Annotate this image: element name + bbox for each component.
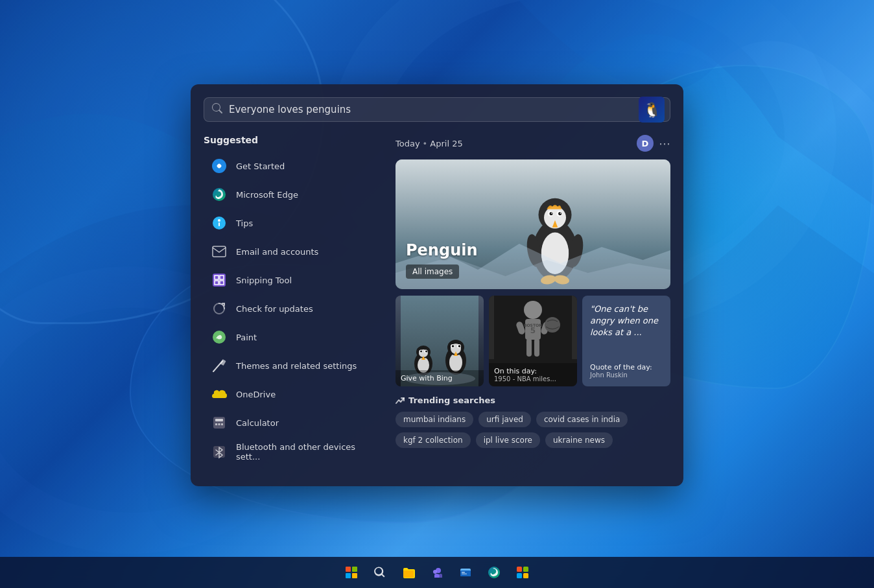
search-bar[interactable]: Everyone loves penguins 🐧 [204, 97, 670, 122]
win-square-2 [352, 567, 357, 572]
basketball-player-svg: 5 BOSTON [489, 296, 577, 359]
dot-separator: • [423, 139, 428, 148]
suggested-item-tips[interactable]: Tips [204, 209, 385, 237]
tag-covid[interactable]: covid cases in india [536, 412, 628, 427]
today-header: Today • April 25 D ⋯ [396, 135, 670, 152]
svg-rect-76 [523, 567, 528, 572]
taskbar-teams-button[interactable] [424, 559, 450, 585]
card-on-this-day[interactable]: 5 BOSTON [489, 296, 577, 386]
taskbar-teams-icon [431, 566, 443, 579]
hero-badge[interactable]: All images [406, 265, 459, 279]
svg-text:5: 5 [530, 326, 536, 335]
hero-label: Penguin All images [406, 241, 478, 279]
quote-label: Quote of the day: [590, 363, 663, 371]
more-options-button[interactable]: ⋯ [659, 137, 670, 150]
trending-title: Trending searches [396, 395, 670, 405]
edge-label: Microsoft Edge [236, 190, 298, 200]
get-started-icon [210, 157, 228, 175]
tag-ipl[interactable]: ipl live score [476, 432, 540, 448]
card-give-bing[interactable]: Give with Bing [396, 296, 484, 386]
trending-tags: mumbai indians urfi javed covid cases in… [396, 412, 670, 448]
suggested-item-updates[interactable]: Check for updates [204, 294, 385, 323]
quote-attribution: Quote of the day: John Ruskin [590, 363, 663, 379]
trending-label: Trending searches [408, 395, 495, 405]
tag-kgf[interactable]: kgf 2 collection [396, 432, 471, 448]
calculator-label: Calculator [236, 418, 279, 428]
svg-point-54 [452, 345, 455, 347]
suggested-item-get-started[interactable]: Get Started [204, 152, 385, 180]
search-text[interactable]: Everyone loves penguins [229, 104, 662, 115]
svg-rect-16 [220, 359, 226, 366]
suggested-item-calculator[interactable]: Calculator [204, 408, 385, 437]
svg-rect-21 [221, 423, 223, 425]
suggested-item-themes[interactable]: Themes and related settings [204, 351, 385, 380]
suggested-item-edge[interactable]: Microsoft Edge [204, 180, 385, 209]
svg-point-6 [218, 219, 220, 222]
taskbar-files-button[interactable] [396, 559, 421, 585]
svg-rect-78 [523, 573, 528, 578]
tag-urfi-javed[interactable]: urfi javed [478, 412, 531, 427]
card-quote[interactable]: "One can't be angry when one looks at a … [582, 296, 670, 386]
taskbar-search-button[interactable] [367, 559, 393, 585]
svg-rect-77 [517, 573, 522, 578]
svg-point-3 [217, 164, 221, 168]
svg-rect-20 [218, 423, 220, 425]
taskbar [0, 557, 874, 588]
svg-point-45 [420, 351, 422, 353]
updates-label: Check for updates [236, 304, 313, 314]
email-label: Email and accounts [236, 247, 318, 257]
today-controls: D ⋯ [637, 135, 670, 152]
svg-rect-64 [526, 338, 532, 357]
svg-rect-75 [517, 567, 522, 572]
win-square-4 [352, 573, 357, 578]
updates-icon [210, 300, 228, 318]
suggested-item-bluetooth[interactable]: Bluetooth and other devices sett... [204, 437, 385, 467]
svg-rect-17 [213, 417, 225, 429]
email-icon [210, 242, 228, 261]
svg-point-56 [458, 345, 461, 347]
history-card-sub: 1950 - NBA miles... [494, 375, 572, 382]
svg-point-69 [433, 570, 437, 574]
themes-label: Themes and related settings [236, 361, 357, 371]
taskbar-filemanager-button[interactable] [453, 559, 478, 585]
taskbar-edge-icon [488, 566, 501, 579]
user-avatar[interactable]: D [637, 135, 654, 152]
svg-text:BOSTON: BOSTON [524, 323, 542, 327]
suggested-panel: Suggested Get Started [204, 135, 385, 467]
cards-row: Give with Bing [396, 296, 670, 386]
calculator-icon [210, 414, 228, 432]
search-icon [212, 103, 222, 116]
paint-icon [210, 328, 228, 346]
suggested-item-email[interactable]: Email and accounts [204, 237, 385, 266]
hero-card[interactable]: Penguin All images [396, 159, 670, 289]
menu-body: Suggested Get Started [204, 135, 670, 467]
svg-point-33 [560, 213, 561, 214]
today-label: Today [396, 139, 420, 148]
svg-point-32 [558, 212, 561, 215]
svg-point-66 [545, 317, 560, 333]
tag-mumbai-indians[interactable]: mumbai indians [396, 412, 473, 427]
hero-title: Penguin [406, 241, 478, 259]
quote-card-inner: "One can't be angry when one looks at a … [582, 296, 670, 386]
taskbar-store-button[interactable] [510, 559, 536, 585]
suggested-item-paint[interactable]: Paint [204, 323, 385, 351]
quote-author: John Ruskin [590, 371, 663, 379]
snipping-icon [210, 271, 228, 289]
suggested-item-onedrive[interactable]: OneDrive [204, 380, 385, 408]
history-image: 5 BOSTON [489, 296, 577, 359]
onedrive-label: OneDrive [236, 390, 276, 399]
suggested-item-snipping[interactable]: Snipping Tool [204, 266, 385, 294]
tips-label: Tips [236, 218, 253, 228]
suggested-title: Suggested [204, 135, 385, 145]
themes-icon [210, 357, 228, 375]
start-menu: Everyone loves penguins 🐧 Suggested Get … [191, 84, 683, 486]
taskbar-search-icon [374, 567, 386, 578]
win-square-1 [346, 567, 351, 572]
taskbar-start-button[interactable] [338, 559, 364, 585]
trending-icon [396, 396, 405, 405]
taskbar-edge-button[interactable] [481, 559, 507, 585]
windows-logo [346, 567, 357, 578]
tag-ukraine[interactable]: ukraine news [545, 432, 613, 448]
today-panel: Today • April 25 D ⋯ [396, 135, 670, 467]
svg-point-47 [425, 351, 427, 353]
